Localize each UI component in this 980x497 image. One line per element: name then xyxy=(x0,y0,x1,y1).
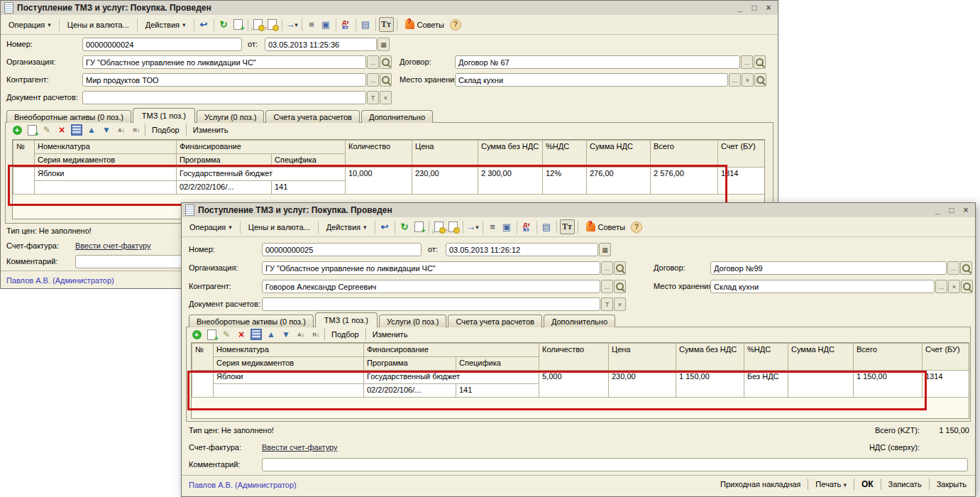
total-cell[interactable]: 2 576,00 xyxy=(651,168,718,195)
operation-menu-button[interactable]: Операция▾ xyxy=(185,221,237,234)
number-field[interactable]: 00000000024 xyxy=(82,38,242,51)
dtkt-entries-button[interactable]: ДтКт xyxy=(339,18,353,31)
minimize-button[interactable]: _ xyxy=(932,205,943,215)
refresh-button[interactable]: ↻ xyxy=(217,18,231,31)
tips-button[interactable]: Советы xyxy=(400,18,449,31)
organization-field[interactable]: ГУ "Областное управление по ликвидации Ч… xyxy=(82,55,366,69)
save-button[interactable]: Записать xyxy=(886,479,925,490)
sum-no-vat-cell[interactable]: 1 150,00 xyxy=(676,371,744,398)
reread-document-button[interactable]: ↩ xyxy=(378,220,392,234)
incoming-invoice-button[interactable]: Приходная накладная xyxy=(717,479,803,490)
move-down-button[interactable]: ▼ xyxy=(280,328,292,341)
post-document-button[interactable]: ↓ xyxy=(432,220,446,234)
vat-sum-cell[interactable] xyxy=(788,371,854,398)
date-field[interactable]: 03.05.2013 11:26:12 xyxy=(446,243,598,256)
post-document-button[interactable]: ↓ xyxy=(251,18,265,31)
calendar-button[interactable]: ▦ xyxy=(599,243,611,256)
tab-tmz[interactable]: ТМЗ (1 поз.) xyxy=(315,312,378,327)
lookup-button[interactable] xyxy=(614,261,626,275)
copy-row-button[interactable]: + xyxy=(26,124,38,136)
contract-field[interactable]: Договор №99 xyxy=(710,261,947,275)
select-button[interactable]: ... xyxy=(367,55,379,69)
font-settings-button[interactable]: Тт xyxy=(379,17,394,32)
lookup-button[interactable] xyxy=(961,280,973,293)
comment-field[interactable] xyxy=(262,458,968,471)
sort-asc-button[interactable]: А↓ xyxy=(294,328,307,341)
vat-pct-cell[interactable]: Без НДС xyxy=(744,371,788,398)
maximize-button[interactable]: □ xyxy=(946,205,957,215)
select-button[interactable]: ... xyxy=(741,55,753,69)
clear-button[interactable]: × xyxy=(614,297,626,311)
financing-cell[interactable]: Государственный бюджет xyxy=(177,168,346,181)
ok-button[interactable]: ОК xyxy=(859,478,876,491)
lookup-button[interactable] xyxy=(380,73,392,87)
tab-tmz[interactable]: ТМЗ (1 поз.) xyxy=(133,108,195,123)
change-button[interactable]: Изменить xyxy=(189,126,233,134)
go-to-button[interactable]: →▾ xyxy=(466,220,480,234)
tab-additional[interactable]: Дополнительно xyxy=(361,110,433,123)
add-row-button[interactable]: + xyxy=(190,328,203,341)
lookup-button[interactable] xyxy=(614,280,626,293)
lookup-button[interactable] xyxy=(380,55,392,69)
move-up-button[interactable]: ▲ xyxy=(85,124,98,136)
title-bar[interactable]: Поступление ТМЗ и услуг: Покупка. Провед… xyxy=(182,203,975,218)
series-cell[interactable] xyxy=(35,181,177,195)
sort-desc-button[interactable]: Я↓ xyxy=(309,328,322,341)
sort-desc-button[interactable]: Я↓ xyxy=(130,124,143,136)
select-button[interactable]: ... xyxy=(601,261,613,275)
tab-noncurrent-assets[interactable]: Внеоборотные активы (0 поз.) xyxy=(189,315,314,327)
font-settings-button[interactable]: Тт xyxy=(560,219,575,234)
add-row-button[interactable]: + xyxy=(11,124,23,136)
series-cell[interactable] xyxy=(214,384,364,398)
list-settings-button[interactable]: ▣ xyxy=(319,18,333,31)
unpost-document-button[interactable]: ↑ xyxy=(265,18,279,31)
total-cell[interactable]: 1 150,00 xyxy=(854,371,923,398)
account-cell[interactable]: 1314 xyxy=(718,168,765,195)
enter-invoice-link[interactable]: Ввести счет-фактуру xyxy=(75,241,151,250)
edit-row-button[interactable]: ✎ xyxy=(220,328,233,341)
copy-document-button[interactable]: + xyxy=(231,18,245,31)
calendar-button[interactable]: ▦ xyxy=(378,38,390,51)
specifics-cell[interactable]: 141 xyxy=(456,384,539,398)
clear-button[interactable]: × xyxy=(742,73,754,87)
tab-noncurrent-assets[interactable]: Внеоборотные активы (0 поз.) xyxy=(6,110,131,123)
copy-row-button[interactable]: + xyxy=(205,328,218,341)
delete-row-button[interactable]: × xyxy=(55,124,68,136)
counterparty-field[interactable]: Говоров Александр Сергеевич xyxy=(262,280,600,293)
items-grid[interactable]: № Номенклатура Финансирование Количество… xyxy=(191,342,969,419)
reread-document-button[interactable]: ↩ xyxy=(197,18,211,31)
specifics-cell[interactable]: 141 xyxy=(272,181,346,195)
type-button[interactable]: T xyxy=(601,297,613,311)
pick-button[interactable]: Подбор xyxy=(327,330,363,339)
sort-asc-button[interactable]: А↓ xyxy=(115,124,128,136)
minimize-button[interactable]: _ xyxy=(734,3,746,13)
go-to-button[interactable]: →▾ xyxy=(285,18,299,31)
close-window-button[interactable]: Закрыть xyxy=(934,479,969,490)
vat-pct-cell[interactable]: 12% xyxy=(543,168,587,195)
move-down-button[interactable]: ▼ xyxy=(100,124,113,136)
maximize-button[interactable]: □ xyxy=(749,3,760,13)
enter-invoice-link[interactable]: Ввести счет-фактуру xyxy=(262,443,338,452)
quantity-cell[interactable]: 5,000 xyxy=(539,371,609,398)
date-field[interactable]: 03.05.2013 11:25:36 xyxy=(265,38,377,51)
actions-menu-button[interactable]: Действия▾ xyxy=(141,18,191,31)
change-button[interactable]: Изменить xyxy=(368,330,412,339)
tab-settlement-accounts[interactable]: Счета учета расчетов xyxy=(265,110,359,123)
journal-button[interactable]: ▤ xyxy=(359,18,373,31)
vat-sum-cell[interactable]: 276,00 xyxy=(587,168,651,195)
title-bar[interactable]: Поступление ТМЗ и услуг: Покупка. Провед… xyxy=(1,1,778,16)
unpost-document-button[interactable]: ↑ xyxy=(446,220,460,234)
close-button[interactable]: × xyxy=(960,205,971,215)
edit-row-button[interactable]: ✎ xyxy=(40,124,53,136)
select-button[interactable]: ... xyxy=(935,280,947,293)
counterparty-field[interactable]: Мир продуктов ТОО xyxy=(82,73,366,87)
contract-field[interactable]: Договор № 67 xyxy=(455,55,740,69)
warehouse-field[interactable]: Склад кухни xyxy=(710,280,935,293)
price-cell[interactable]: 230,00 xyxy=(609,371,676,398)
price-cell[interactable]: 230,00 xyxy=(412,168,478,195)
financing-cell[interactable]: Государственный бюджет xyxy=(364,371,539,384)
settlement-doc-field[interactable] xyxy=(82,91,366,104)
select-button[interactable]: ... xyxy=(367,73,379,87)
number-field[interactable]: 00000000025 xyxy=(262,243,422,256)
help-button[interactable]: ? xyxy=(450,19,461,31)
